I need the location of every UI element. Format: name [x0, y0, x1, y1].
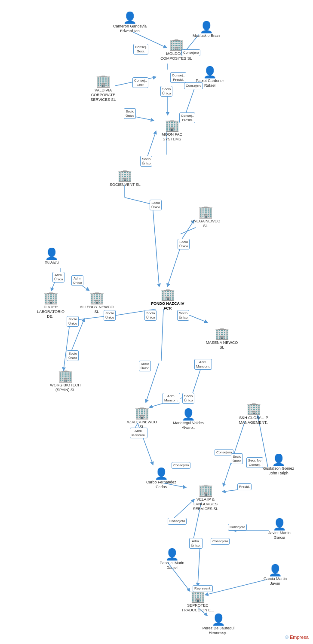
label-onega: ONEGA NEWCO SL	[188, 219, 223, 228]
node-perez: 👤 Perez De Jauregui Hennessy..	[201, 614, 236, 635]
building-icon-fondo: 🏢	[160, 289, 175, 301]
building-icon-diater: 🏢	[43, 292, 58, 304]
label-cameron: Cameron Gandevia Edward Ian	[113, 24, 147, 33]
badge-socio-unico-9: SocioÚnico	[67, 316, 79, 327]
label-fondo: FONDO NAZCA IV FCR	[150, 301, 185, 311]
building-icon-allergy: 🏢	[89, 292, 104, 304]
badge-represent: Represent.	[193, 585, 213, 592]
label-perez: Perez De Jauregui Hennessy..	[201, 626, 236, 635]
node-masena: 🏢 MASENA NEWCO SL	[205, 328, 239, 350]
building-icon-vela: 🏢	[198, 484, 213, 496]
badge-socio-unico-10: SocioÚnico	[67, 350, 79, 361]
watermark-brand: Empresa	[290, 635, 309, 640]
svg-line-14	[153, 206, 159, 286]
label-moonface: MOON FAC SYSTEMS	[155, 132, 189, 142]
building-icon-worg: 🏢	[58, 370, 73, 382]
person-icon-mariategui: 👤	[181, 409, 195, 420]
label-masena: MASENA NEWCO SL	[205, 340, 239, 350]
building-icon-sandh: 🏢	[246, 403, 261, 415]
label-diater: DIATER LABORATORIO DE..	[34, 305, 68, 319]
node-pascual: 👤 Pascual Marin Daniel	[155, 549, 189, 570]
connection-lines	[0, 0, 313, 644]
person-icon-garciamartin: 👤	[268, 565, 282, 576]
badge-consejero-3: Consejero	[172, 462, 190, 469]
node-onega: 🏢 ONEGA NEWCO SL	[188, 206, 223, 228]
node-cameron: 👤 Cameron Gandevia Edward Ian	[113, 12, 147, 33]
badge-adm-mancom-3: Adm.Mancom.	[130, 428, 147, 438]
building-icon-seprotec: 🏢	[190, 590, 206, 602]
badge-adm-unico-2: Adm.Único	[71, 275, 83, 286]
node-javiermartin: 👤 Javier Martin Garcia	[262, 519, 297, 540]
svg-line-38	[206, 580, 267, 595]
node-worg: 🏢 WORG BIOTECH (SPAIN) SL	[48, 370, 83, 392]
node-carbo: 👤 Carbo Fernandez Carlos	[144, 468, 178, 489]
badge-socio-unico-5: SocioÚnico	[178, 239, 190, 249]
label-javiermartin: Javier Martin Garcia	[262, 531, 297, 540]
badge-socio-unico-12: SocioÚnico	[182, 393, 194, 404]
building-icon-azalea: 🏢	[135, 407, 150, 419]
person-icon-carbo: 👤	[154, 468, 168, 479]
person-icon-perez: 👤	[212, 614, 225, 625]
svg-line-22	[64, 321, 70, 369]
badge-adm-unico-1: Adm.Único	[52, 272, 64, 283]
badge-socio-unico-7: SocioÚnico	[177, 310, 189, 321]
person-icon-gustafson: 👤	[272, 454, 285, 465]
node-diater: 🏢 DIATER LABORATORIO DE..	[34, 292, 68, 319]
building-icon-moonface: 🏢	[165, 119, 180, 131]
badge-consejero-6: Consejero	[228, 524, 247, 531]
badge-socio-unico-3: SocioÚnico	[140, 156, 152, 167]
node-mccluskie: 👤 Mccluskie Brian	[193, 21, 220, 38]
badge-socio-unico-13: SocioÚnico	[231, 453, 243, 464]
node-garciamartin: 👤 Garcia Martin Javier	[258, 565, 292, 586]
badge-socio-unico-4: SocioÚnico	[150, 200, 162, 210]
badge-socio-unico-1: SocioÚnico	[160, 86, 172, 97]
org-chart-diagram: 👤 Cameron Gandevia Edward Ian 🏢 MOLDCOM …	[0, 0, 313, 644]
label-carbo: Carbo Fernandez Carlos	[144, 480, 178, 489]
label-pascual: Pascual Marin Daniel	[155, 561, 189, 570]
badge-secr-no-consej: Secr. NoConsej.	[246, 457, 263, 468]
badge-socio-unico-8: SocioÚnico	[104, 310, 116, 321]
badge-presid: Presid.	[237, 483, 252, 490]
badge-socio-unico-2: SocioÚnico	[124, 108, 136, 119]
label-xuaiwu: Xu Aiwu	[45, 260, 59, 265]
node-azalea: 🏢 AZALEA NEWCO SL	[125, 407, 159, 429]
badge-adm-unico-3: Adm.Único.	[189, 538, 203, 549]
building-icon-socienvent: 🏢	[117, 170, 132, 182]
label-socienvent: SOCIENVENT SL	[110, 182, 141, 187]
node-valdivia: 🏢 VALDIVIA CORPORATE SERVICES SL	[86, 75, 120, 102]
node-seprotec: 🏢 SEPROTEC TRADUCCION E...	[181, 590, 215, 613]
label-vela: VELA IP & LANGUAGES SERVICES SL	[188, 497, 223, 511]
label-garciamartin: Garcia Martin Javier	[258, 577, 292, 586]
node-socienvent: 🏢 SOCIENVENT SL	[110, 170, 141, 187]
person-icon-mccluskie: 👤	[199, 21, 213, 33]
node-sandh: 🏢 S&H GLOBAL IP MANAGEMENT..	[236, 403, 271, 425]
badge-consejero-7: Consejero	[211, 538, 230, 545]
node-mariategui: 👤 Mariategui Valdes Alvaro..	[171, 409, 206, 430]
person-icon-xuaiwu: 👤	[45, 248, 58, 259]
svg-line-12	[168, 247, 181, 286]
badge-socio-unico-11: SocioÚnico	[139, 361, 151, 371]
svg-line-10	[125, 197, 153, 204]
label-mariategui: Mariategui Valdes Alvaro..	[171, 421, 206, 430]
badge-consej-secr-2: Consej..Secr.	[132, 77, 148, 88]
badge-consejero-1: Consejero	[181, 49, 200, 56]
label-gustafson: Gustafson Gomez John Ralph	[261, 466, 296, 476]
badge-socio-unico-6: SocioÚnico	[144, 310, 156, 321]
person-icon-cameron: 👤	[123, 12, 137, 23]
label-worg: WORG BIOTECH (SPAIN) SL	[48, 383, 83, 392]
badge-consejero-5: Consejero	[168, 518, 187, 525]
node-fondo: 🏢 FONDO NAZCA IV FCR	[150, 289, 185, 311]
label-seprotec: SEPROTEC TRADUCCION E...	[181, 603, 215, 613]
label-mccluskie: Mccluskie Brian	[193, 33, 220, 38]
person-icon-pascual: 👤	[165, 549, 179, 560]
building-icon-onega: 🏢	[198, 206, 213, 218]
node-xuaiwu: 👤 Xu Aiwu	[45, 248, 59, 265]
svg-line-36	[198, 547, 200, 585]
badge-consej-presid-1: Consej..Presid.	[170, 72, 186, 83]
badge-consejero-2: Consejero	[184, 82, 203, 89]
badge-consej-presid-2: Consej..Presid.	[179, 112, 195, 123]
badge-adm-mancom-2: Adm.Mancom.	[163, 393, 180, 404]
badge-adm-mancom-1: Adm.Mancom.	[194, 359, 212, 370]
building-icon-valdivia: 🏢	[96, 75, 111, 87]
building-icon-masena: 🏢	[215, 328, 230, 340]
